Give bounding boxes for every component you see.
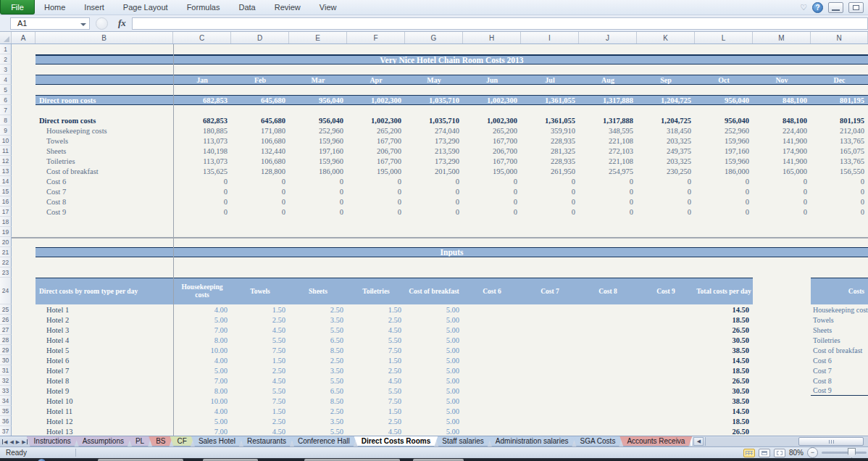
cost-value-cell[interactable]: 0 [231, 176, 289, 186]
row-header-9[interactable]: 9 [0, 125, 12, 136]
input-value-cell[interactable]: 6.50 [289, 335, 347, 345]
cost-value-cell[interactable]: 159,960 [289, 156, 347, 166]
column-header-I[interactable]: I [521, 32, 579, 43]
cost-value-cell[interactable]: 167,700 [463, 136, 521, 146]
cost-value-cell[interactable]: 0 [695, 207, 753, 217]
input-value-cell[interactable]: 5.00 [405, 315, 463, 325]
cell[interactable] [12, 304, 36, 315]
month-header-cell[interactable]: May [405, 75, 463, 85]
cost-value-cell[interactable]: 106,680 [231, 136, 289, 146]
input-value-cell[interactable]: 5.00 [405, 335, 463, 345]
hotel-row-label[interactable]: Hotel 4 [36, 335, 173, 345]
input-value-cell[interactable]: 7.50 [231, 345, 289, 355]
cell[interactable] [463, 345, 521, 355]
inputs-table-column-header[interactable]: Cost 9 [637, 278, 695, 304]
cell[interactable] [12, 345, 36, 355]
cell[interactable] [36, 257, 868, 267]
cell[interactable] [12, 166, 36, 176]
cell[interactable] [463, 386, 521, 396]
column-header-L[interactable]: L [695, 32, 753, 43]
cell[interactable] [753, 375, 811, 386]
cell[interactable] [12, 115, 36, 125]
month-header-cell[interactable]: Nov [753, 75, 811, 85]
cost-value-cell[interactable]: 141,900 [753, 156, 811, 166]
total-per-day-cell[interactable]: 26.50 [695, 325, 753, 335]
total-per-day-cell[interactable]: 18.50 [695, 365, 753, 375]
input-value-cell[interactable]: 2.50 [289, 355, 347, 365]
row-header-7[interactable]: 7 [0, 105, 12, 115]
cost-value-cell[interactable]: 0 [695, 176, 753, 186]
costs-panel-item[interactable]: Cost of breakfast [811, 345, 868, 355]
input-value-cell[interactable]: 2.50 [347, 365, 405, 375]
cost-value-cell[interactable]: 0 [637, 196, 695, 207]
name-box-dropdown-icon[interactable] [80, 23, 86, 29]
cell[interactable] [12, 426, 36, 436]
cell[interactable] [12, 176, 36, 186]
cell[interactable] [36, 44, 868, 54]
summary-banner-value[interactable]: 1,035,710 [405, 95, 463, 105]
month-header-cell[interactable]: Aug [579, 75, 637, 85]
cost-value-cell[interactable]: 0 [521, 196, 579, 207]
summary-banner-value[interactable]: 682,853 [173, 95, 231, 105]
cell[interactable] [637, 335, 695, 345]
row-header-30[interactable]: 30 [0, 355, 12, 365]
cell[interactable] [579, 396, 637, 406]
month-header-cell[interactable]: Feb [231, 75, 289, 85]
cell[interactable] [463, 365, 521, 375]
cost-value-cell[interactable]: 1,204,725 [637, 115, 695, 125]
input-value-cell[interactable]: 7.00 [173, 426, 231, 436]
zoom-slider[interactable] [822, 452, 867, 454]
cost-value-cell[interactable]: 0 [405, 176, 463, 186]
cell[interactable] [579, 304, 637, 315]
cost-value-cell[interactable]: 133,765 [811, 136, 868, 146]
cost-value-cell[interactable]: 203,325 [637, 156, 695, 166]
cost-value-cell[interactable]: 272,103 [579, 146, 637, 156]
cell[interactable] [463, 416, 521, 426]
summary-banner-value[interactable]: 1,317,888 [579, 95, 637, 105]
column-header-H[interactable]: H [463, 32, 521, 43]
cell[interactable] [12, 335, 36, 345]
cost-value-cell[interactable]: 1,002,300 [347, 115, 405, 125]
cell[interactable] [12, 416, 36, 426]
column-header-A[interactable]: A [12, 32, 36, 43]
cost-value-cell[interactable]: 132,440 [231, 146, 289, 156]
cost-value-cell[interactable]: 0 [173, 186, 231, 196]
total-per-day-cell[interactable]: 18.50 [695, 416, 753, 426]
input-value-cell[interactable]: 5.00 [405, 396, 463, 406]
cost-value-cell[interactable]: 254,975 [579, 166, 637, 176]
cell[interactable] [463, 315, 521, 325]
cost-value-cell[interactable]: 206,700 [463, 146, 521, 156]
cost-value-cell[interactable]: 113,073 [173, 156, 231, 166]
cell[interactable] [463, 426, 521, 436]
cost-value-cell[interactable]: 197,160 [695, 146, 753, 156]
ribbon-tab-formulas[interactable]: Formulas [178, 0, 230, 14]
cost-value-cell[interactable]: 106,680 [231, 156, 289, 166]
row-header-33[interactable]: 33 [0, 386, 12, 396]
cost-value-cell[interactable]: 0 [405, 196, 463, 207]
inputs-table-column-header[interactable]: Total costs per day [695, 278, 753, 304]
input-value-cell[interactable]: 4.50 [347, 426, 405, 436]
input-value-cell[interactable]: 5.00 [405, 426, 463, 436]
total-per-day-cell[interactable]: 38.50 [695, 345, 753, 355]
row-header-20[interactable]: 20 [0, 237, 12, 247]
input-value-cell[interactable]: 5.00 [173, 416, 231, 426]
cell[interactable] [637, 406, 695, 416]
cost-value-cell[interactable]: 165,075 [811, 146, 868, 156]
cell[interactable] [753, 365, 811, 375]
row-header-1[interactable]: 1 [0, 44, 12, 54]
input-value-cell[interactable]: 2.50 [231, 315, 289, 325]
input-value-cell[interactable]: 4.00 [173, 406, 231, 416]
cost-value-cell[interactable]: 0 [521, 186, 579, 196]
cost-value-cell[interactable]: 133,765 [811, 156, 868, 166]
cell[interactable] [12, 247, 36, 257]
input-value-cell[interactable]: 4.00 [173, 304, 231, 315]
cost-value-cell[interactable]: 0 [289, 186, 347, 196]
ribbon-tab-home[interactable]: Home [35, 0, 75, 14]
cost-value-cell[interactable]: 0 [521, 176, 579, 186]
cell[interactable] [521, 375, 579, 386]
cost-value-cell[interactable]: 0 [173, 196, 231, 207]
hotel-row-label[interactable]: Hotel 6 [36, 355, 173, 365]
summary-banner-value[interactable]: 645,680 [231, 95, 289, 105]
input-value-cell[interactable]: 2.50 [347, 416, 405, 426]
cost-value-cell[interactable]: 1,317,888 [579, 115, 637, 125]
